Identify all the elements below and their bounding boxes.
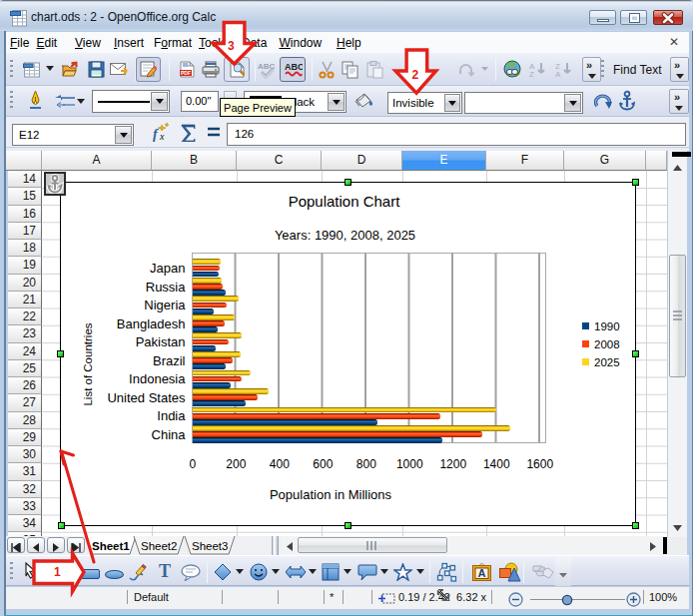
svg-text:1: 1 xyxy=(54,565,61,579)
svg-text:2: 2 xyxy=(412,68,419,82)
svg-text:3: 3 xyxy=(228,39,235,53)
